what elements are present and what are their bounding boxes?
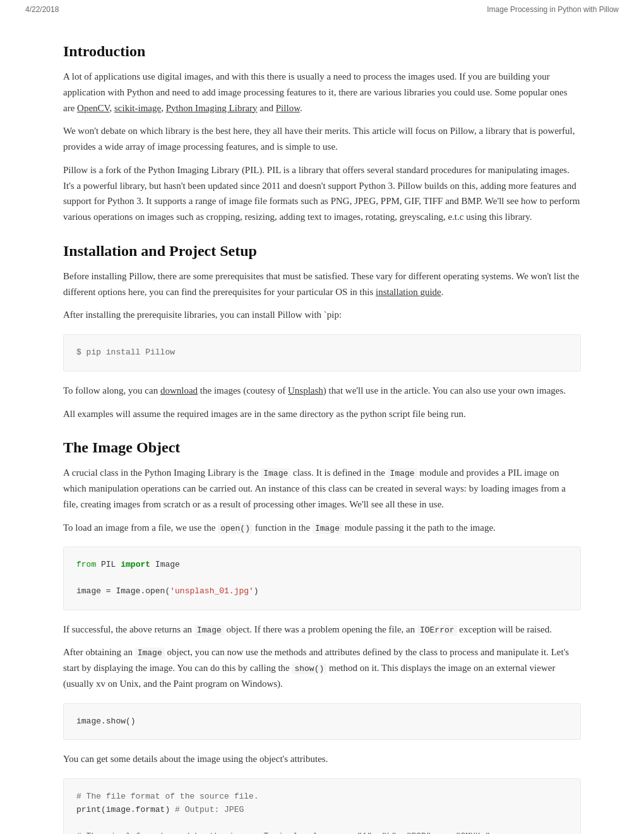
image-object-p1: A crucial class in the Python Imaging Li… — [63, 465, 581, 512]
link-pil[interactable]: Python Imaging Library — [166, 103, 258, 113]
code-block-show: image.show() — [63, 703, 581, 740]
image-object-p2: To load an image from a file, we use the… — [63, 520, 581, 536]
page-header: 4/22/2018 Image Processing in Python wit… — [0, 0, 644, 19]
header-title: Image Processing in Python with Pillow — [487, 5, 619, 14]
introduction-heading: Introduction — [63, 43, 581, 60]
image-object-p4: After obtaining an Image object, you can… — [63, 644, 581, 691]
link-scikit[interactable]: scikit-image — [114, 103, 161, 113]
installation-p4: All examples will assume the required im… — [63, 406, 581, 422]
section-introduction: Introduction A lot of applications use d… — [63, 43, 581, 225]
introduction-p2: We won't debate on which library is the … — [63, 123, 581, 155]
installation-p3: To follow along, you can download the im… — [63, 383, 581, 399]
link-installation-guide[interactable]: installation guide — [376, 287, 441, 297]
code-block-import: from PIL import Image image = Image.open… — [63, 547, 581, 610]
introduction-p1: A lot of applications use digital images… — [63, 69, 581, 116]
code-block-attributes: # The file format of the source file. pr… — [63, 778, 581, 834]
link-unsplash[interactable]: Unsplash — [288, 385, 323, 396]
installation-p1: Before installing Pillow, there are some… — [63, 269, 581, 300]
image-object-p3: If successful, the above returns an Imag… — [63, 622, 581, 638]
link-pillow[interactable]: Pillow — [276, 103, 300, 113]
introduction-p3: Pillow is a fork of the Python Imaging L… — [63, 162, 581, 225]
code-block-pip: $ pip install Pillow — [63, 334, 581, 372]
section-installation: Installation and Project Setup Before in… — [63, 243, 581, 422]
image-object-heading: The Image Object — [63, 439, 581, 456]
installation-heading: Installation and Project Setup — [63, 243, 581, 260]
link-download[interactable]: download — [160, 385, 198, 396]
header-date: 4/22/2018 — [25, 5, 59, 14]
installation-p2: After installing the prerequisite librar… — [63, 307, 581, 323]
content-area: Introduction A lot of applications use d… — [38, 19, 606, 834]
link-opencv[interactable]: OpenCV — [77, 103, 109, 113]
section-image-object: The Image Object A crucial class in the … — [63, 439, 581, 834]
image-object-p5: You can get some details about the image… — [63, 751, 581, 767]
